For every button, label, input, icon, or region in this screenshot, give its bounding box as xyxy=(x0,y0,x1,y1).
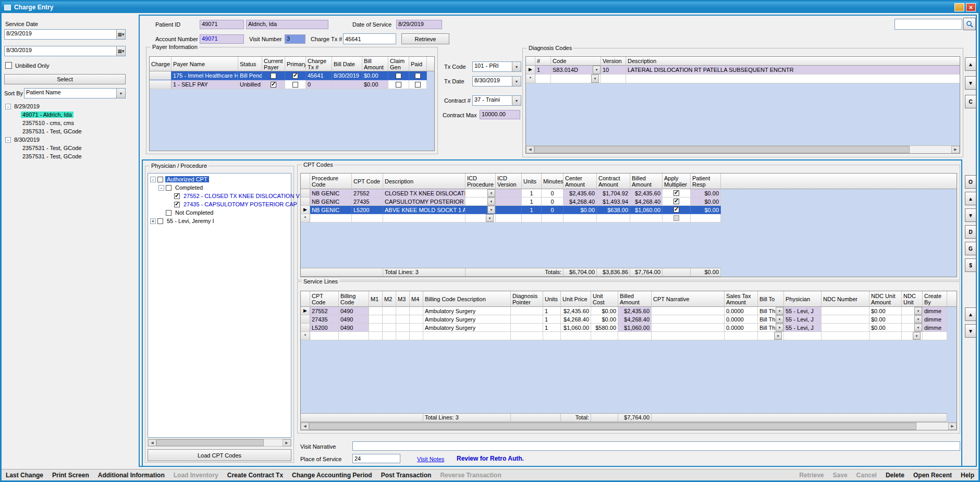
scroll-right-button[interactable]: ▶ xyxy=(948,423,957,430)
cell[interactable]: 55 - Levi, J xyxy=(784,315,822,324)
dropdown-icon[interactable]: ▼ xyxy=(914,315,922,323)
scrollbar-thumb[interactable] xyxy=(309,423,916,430)
cell[interactable]: ▼ xyxy=(902,307,923,315)
cell[interactable]: 1 xyxy=(543,307,561,315)
column-header-m4[interactable]: M4 xyxy=(410,291,423,307)
tree-node[interactable]: -8/30/2019 xyxy=(3,135,136,144)
cell[interactable]: L5200 xyxy=(352,206,383,214)
scrollbar-thumb[interactable] xyxy=(156,439,264,446)
cell[interactable] xyxy=(923,332,947,340)
table-row[interactable]: NB GENIC27552CLOSED TX KNEE DISLOCATION … xyxy=(301,189,957,197)
dropdown-icon[interactable]: ▼ xyxy=(487,197,495,205)
checkbox[interactable] xyxy=(396,73,401,79)
g-button[interactable]: G xyxy=(965,242,976,255)
tree-node[interactable]: 2357510 - cms, cms xyxy=(3,119,136,127)
cell[interactable]: dimme xyxy=(923,324,947,332)
column-header-ndc-unit[interactable]: NDC Unit xyxy=(902,291,923,307)
cell[interactable] xyxy=(383,324,396,332)
cell[interactable] xyxy=(691,214,721,223)
cell[interactable] xyxy=(262,80,285,89)
cell[interactable]: ▼ xyxy=(758,332,784,340)
cell[interactable]: 1 xyxy=(522,197,542,206)
cell[interactable]: $0.00 xyxy=(591,315,618,324)
table-row[interactable]: ▶275520490Ambulatory Surgery1$2,435.60$0… xyxy=(301,307,957,315)
diagnosis-table[interactable]: #CodeVersionDescription▶1S83.014D▼10LATE… xyxy=(525,56,960,154)
dropdown-icon[interactable]: ▼ xyxy=(593,66,601,74)
cell[interactable]: 45641 xyxy=(306,71,332,80)
checkbox[interactable] xyxy=(271,73,276,79)
cell[interactable]: $4,268.40 xyxy=(618,315,652,324)
cell[interactable] xyxy=(332,80,362,89)
table-row[interactable]: 274350490Ambulatory Surgery1$4,268.40$0.… xyxy=(301,315,957,324)
cell[interactable]: $580.00 xyxy=(591,324,618,332)
column-header-version[interactable]: Version xyxy=(601,57,626,66)
statusbar-last-change[interactable]: Last Change xyxy=(6,472,43,479)
collapse-icon[interactable]: - xyxy=(150,177,156,182)
column-header-paid[interactable]: Paid xyxy=(409,57,427,71)
new-row[interactable]: *▼ xyxy=(301,214,957,223)
o-button[interactable]: O xyxy=(965,175,976,189)
cell[interactable] xyxy=(511,332,543,340)
new-row[interactable]: *▼ xyxy=(526,75,960,83)
cell[interactable]: 0.0000 xyxy=(725,315,758,324)
statusbar-print-screen[interactable]: Print Screen xyxy=(52,472,89,479)
cell[interactable]: $0.00 xyxy=(869,315,902,324)
cell[interactable]: $1,493.94 xyxy=(597,197,630,206)
cell[interactable]: Ambulatory Surgery xyxy=(423,324,511,332)
cell[interactable]: Bill Th▼ xyxy=(758,324,784,332)
load-cpt-codes-button[interactable]: Load CPT Codes xyxy=(148,449,291,461)
chevron-down-icon[interactable]: ▼ xyxy=(512,96,521,105)
unbilled-only-checkbox[interactable] xyxy=(5,62,12,69)
cell[interactable] xyxy=(725,332,758,340)
cell[interactable] xyxy=(663,189,691,197)
cell[interactable]: 27435 xyxy=(310,315,339,324)
cell[interactable]: $0.00 xyxy=(691,189,721,197)
tree-node-label[interactable]: 8/30/2019 xyxy=(13,137,41,143)
row-button[interactable] xyxy=(150,71,172,80)
cell[interactable]: $0.00 xyxy=(691,197,721,206)
tree-node-label[interactable]: 2357531 - Test, GCode xyxy=(21,153,83,159)
cell[interactable]: ▼ xyxy=(902,324,923,332)
table-row[interactable]: L52000490Ambulatory Surgery1$1,060.00$58… xyxy=(301,324,957,332)
cell[interactable] xyxy=(285,71,306,80)
cell[interactable]: 55 - Levi, J xyxy=(784,324,822,332)
cell[interactable]: 1 xyxy=(535,66,551,75)
checkbox[interactable] xyxy=(166,210,172,216)
checkbox[interactable] xyxy=(166,185,172,191)
cell[interactable]: $1,060.00 xyxy=(630,206,663,214)
cell[interactable] xyxy=(369,332,383,340)
scroll-right-button[interactable]: ▶ xyxy=(283,439,291,446)
checkbox[interactable] xyxy=(174,202,180,207)
visit-narrative-input[interactable] xyxy=(352,441,960,451)
tree-node[interactable]: 49071 - Aldrich, Ida xyxy=(3,110,136,119)
dropdown-icon[interactable]: ▼ xyxy=(487,206,495,214)
cell[interactable] xyxy=(423,332,511,340)
scroll-left-button[interactable]: ◀ xyxy=(526,146,534,153)
cell[interactable]: dimme xyxy=(923,315,947,324)
tree-node[interactable]: -8/29/2019 xyxy=(3,102,136,110)
table-row[interactable]: 175 - Immel Healthcare HBill Pendi456418… xyxy=(150,71,434,80)
cell[interactable] xyxy=(410,324,423,332)
cell[interactable]: 1 xyxy=(522,206,542,214)
column-header-claim-gen[interactable]: Claim Gen xyxy=(388,57,409,71)
cell[interactable] xyxy=(388,71,409,80)
checkbox[interactable] xyxy=(415,82,421,88)
column-header-blank[interactable]: # xyxy=(535,57,551,66)
tree-node[interactable]: +55 - Levi, Jeremy I xyxy=(148,217,291,225)
collapse-icon[interactable]: - xyxy=(158,185,164,191)
cell[interactable]: $2,435.60 xyxy=(561,307,591,315)
cell[interactable] xyxy=(352,214,383,223)
cell[interactable]: Bill Pendi xyxy=(238,71,262,80)
cell[interactable] xyxy=(869,332,902,340)
d-button[interactable]: D xyxy=(965,225,976,239)
cell[interactable] xyxy=(310,332,339,340)
statusbar-create-contract-tx[interactable]: Create Contract Tx xyxy=(227,472,283,479)
cell[interactable]: $638.00 xyxy=(597,206,630,214)
cell[interactable]: Unbilled xyxy=(238,80,262,89)
tree-node-label[interactable]: 2357510 - cms, cms xyxy=(21,120,76,126)
service-date-from-picker[interactable]: 8/29/2019 ▦▾ xyxy=(4,29,126,40)
cell[interactable]: $2,435.60 xyxy=(630,189,663,197)
statusbar-delete[interactable]: Delete xyxy=(886,472,904,479)
checkbox[interactable] xyxy=(673,199,679,204)
cell[interactable]: 0 xyxy=(542,197,564,206)
